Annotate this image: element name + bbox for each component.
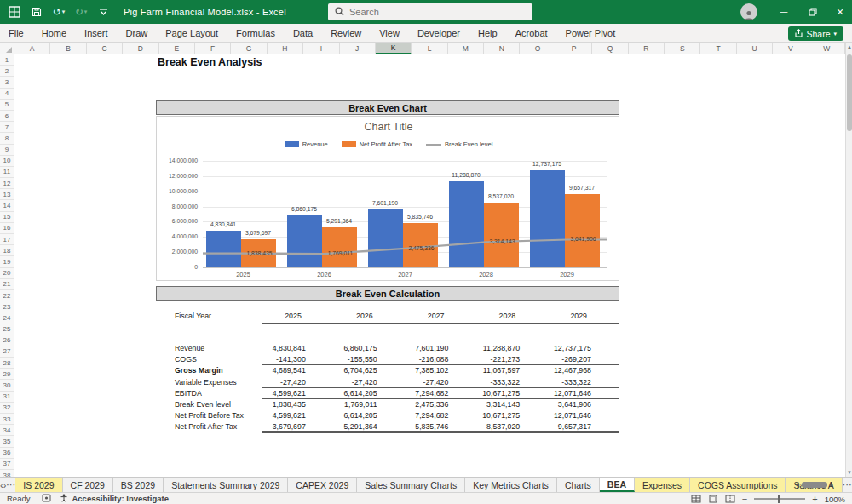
- row-header-16[interactable]: 16: [0, 223, 14, 234]
- table-cell[interactable]: 12,071,646: [548, 410, 619, 421]
- column-header-N[interactable]: N: [484, 43, 520, 54]
- customize-quick-access-icon[interactable]: [96, 5, 110, 19]
- row-label[interactable]: EBITDA: [156, 388, 262, 399]
- ribbon-tab-data[interactable]: Data: [293, 28, 313, 38]
- chart-title[interactable]: Chart Title: [157, 121, 620, 133]
- table-cell[interactable]: -155,550: [334, 354, 406, 364]
- row-header-12[interactable]: 12: [0, 178, 14, 189]
- horizontal-scroll-thumb[interactable]: [802, 482, 827, 488]
- sheet-tab-sales-summary-charts[interactable]: Sales Summary Charts: [357, 478, 465, 492]
- column-header-L[interactable]: L: [412, 43, 447, 54]
- table-cell[interactable]: -27,420: [262, 377, 334, 387]
- column-header-R[interactable]: R: [629, 43, 665, 54]
- scroll-up-icon[interactable]: ▲: [846, 44, 852, 49]
- table-cell[interactable]: 6,614,205: [334, 410, 406, 421]
- row-header-10[interactable]: 10: [0, 156, 14, 167]
- table-cell[interactable]: 7,385,102: [406, 365, 477, 376]
- row-header-30[interactable]: 30: [0, 380, 14, 391]
- column-header-A[interactable]: A: [14, 43, 50, 54]
- row-label[interactable]: Break Even level: [156, 399, 262, 410]
- column-header-I[interactable]: I: [303, 43, 339, 54]
- restore-button[interactable]: [799, 0, 826, 24]
- table-cell[interactable]: 11,067,597: [476, 365, 548, 376]
- select-all-corner[interactable]: [0, 43, 14, 54]
- sheet-tab-bea[interactable]: BEA: [600, 478, 635, 492]
- ribbon-tab-insert[interactable]: Insert: [84, 28, 108, 38]
- row-header-23[interactable]: 23: [0, 301, 14, 312]
- table-cell[interactable]: 1,769,011: [334, 399, 406, 410]
- excel-app-icon[interactable]: [8, 5, 21, 19]
- column-header-P[interactable]: P: [556, 43, 592, 54]
- table-cell[interactable]: 3,314,143: [476, 399, 548, 410]
- sheet-tab-charts[interactable]: Charts: [557, 478, 600, 492]
- zoom-out-icon[interactable]: −: [742, 495, 747, 503]
- sheet-tab-is-2029[interactable]: IS 2029: [15, 478, 62, 492]
- ribbon-tab-formulas[interactable]: Formulas: [236, 28, 275, 38]
- search-box[interactable]: [328, 3, 532, 20]
- ribbon-tab-developer[interactable]: Developer: [417, 28, 460, 38]
- ribbon-tab-help[interactable]: Help: [478, 28, 498, 38]
- row-header-38[interactable]: 38: [0, 470, 14, 477]
- row-header-11[interactable]: 11: [0, 167, 14, 178]
- row-header-8[interactable]: 8: [0, 133, 14, 144]
- ribbon-tab-review[interactable]: Review: [331, 28, 361, 38]
- horizontal-scrollbar[interactable]: ◂ ▸: [796, 479, 849, 490]
- search-input[interactable]: [349, 7, 511, 17]
- column-header-U[interactable]: U: [737, 43, 773, 54]
- ribbon-tab-view[interactable]: View: [379, 28, 400, 38]
- accessibility-status[interactable]: Accessibility: Investigate: [72, 494, 169, 503]
- sheet-tab-expenses[interactable]: Expenses: [635, 478, 690, 492]
- normal-view-icon[interactable]: [691, 495, 701, 503]
- row-header-2[interactable]: 2: [0, 66, 14, 77]
- row-header-6[interactable]: 6: [0, 111, 14, 122]
- share-button[interactable]: Share ▾: [788, 26, 843, 41]
- column-header-F[interactable]: F: [195, 43, 231, 54]
- row-header-15[interactable]: 15: [0, 212, 14, 223]
- row-header-32[interactable]: 32: [0, 403, 14, 414]
- row-header-33[interactable]: 33: [0, 414, 14, 425]
- column-header-H[interactable]: H: [268, 43, 303, 54]
- table-cell[interactable]: 7,294,682: [406, 388, 477, 398]
- column-header-E[interactable]: E: [159, 43, 195, 54]
- hscroll-left-icon[interactable]: ◂: [796, 481, 799, 489]
- ribbon-tab-acrobat[interactable]: Acrobat: [515, 28, 548, 38]
- table-cell[interactable]: 3,679,697: [262, 421, 334, 430]
- table-cell[interactable]: 4,599,621: [262, 388, 334, 398]
- table-cell[interactable]: 9,657,317: [548, 421, 619, 430]
- column-header-O[interactable]: O: [520, 43, 556, 54]
- user-avatar[interactable]: [740, 3, 757, 20]
- table-cell[interactable]: 12,737,175: [548, 343, 619, 354]
- table-cell[interactable]: 4,599,621: [262, 410, 334, 421]
- minimize-button[interactable]: ─: [770, 0, 797, 24]
- ribbon-tab-home[interactable]: Home: [42, 28, 66, 38]
- row-header-3[interactable]: 3: [0, 77, 14, 88]
- break-even-chart[interactable]: Chart Title RevenueNet Profit After TaxB…: [156, 116, 619, 281]
- row-header-35[interactable]: 35: [0, 436, 14, 447]
- table-cell[interactable]: 10,671,275: [476, 410, 548, 421]
- table-cell[interactable]: -333,322: [548, 377, 619, 387]
- row-header-31[interactable]: 31: [0, 392, 14, 403]
- row-header-4[interactable]: 4: [0, 89, 14, 100]
- table-cell[interactable]: 4,830,841: [262, 343, 334, 354]
- undo-icon[interactable]: ↺▾: [52, 5, 66, 19]
- ribbon-tab-page-layout[interactable]: Page Layout: [165, 28, 218, 38]
- row-header-19[interactable]: 19: [0, 256, 14, 267]
- save-icon[interactable]: [30, 5, 43, 19]
- hscroll-right-icon[interactable]: ▸: [830, 481, 833, 489]
- ribbon-tab-power-pivot[interactable]: Power Pivot: [566, 28, 616, 38]
- row-label[interactable]: Net Profit After Tax: [156, 421, 262, 432]
- sheet-tab-cf-2029[interactable]: CF 2029: [63, 478, 113, 492]
- column-header-S[interactable]: S: [665, 43, 700, 54]
- column-header-C[interactable]: C: [87, 43, 123, 54]
- row-header-25[interactable]: 25: [0, 324, 14, 335]
- table-cell[interactable]: 4,689,541: [262, 365, 334, 376]
- table-cell[interactable]: -269,207: [548, 354, 619, 364]
- table-cell[interactable]: 12,071,646: [548, 388, 619, 398]
- row-label[interactable]: Variable Expenses: [156, 377, 262, 388]
- row-header-26[interactable]: 26: [0, 335, 14, 346]
- table-cell[interactable]: -221,273: [476, 354, 548, 364]
- row-header-21[interactable]: 21: [0, 279, 14, 290]
- zoom-in-icon[interactable]: +: [812, 495, 817, 503]
- table-cell[interactable]: -27,420: [406, 377, 477, 387]
- row-header-28[interactable]: 28: [0, 358, 14, 369]
